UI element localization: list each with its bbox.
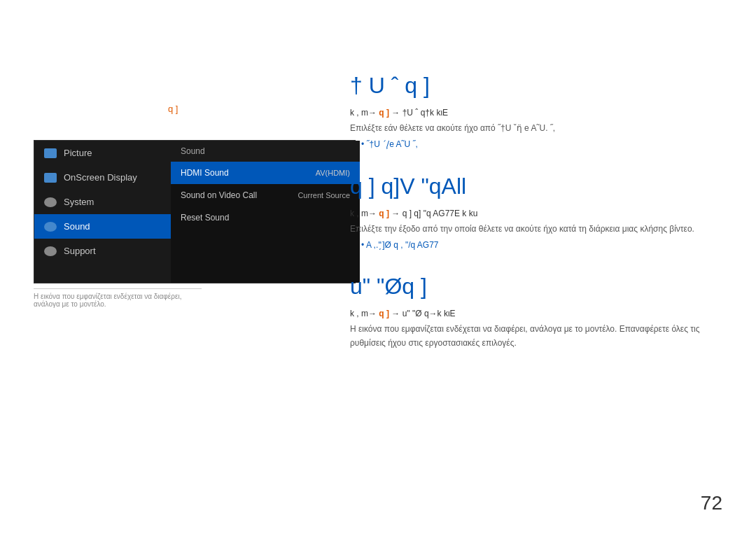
page-number: 72 [701,492,722,514]
videocall-bullet: Α ,."̦]Ø q , "/q AG77 [361,239,728,252]
nav-path-hdmi: k , m→ q ] → †U ˆ q†k kιΕ [350,108,728,118]
menu-item-support: Support [34,239,171,263]
section-hdmi-sound: † U ˆ q ] k , m→ q ] → †U ˆ q†k kιΕ Επιλ… [350,73,728,152]
submenu-item-hdmi: HDMI Sound AV(HDMI) [171,162,360,184]
system-icon [44,197,57,207]
menu-item-system: System [34,190,171,214]
section-videocall-title: q ] q]V "qAll [350,174,728,199]
picture-icon [44,148,57,158]
section-hdmi-desc: Επιλέξτε εάν θέλετε να ακούτε ήχο από ˝†… [350,122,728,135]
section-videocall: q ] q]V "qAll k , m→ q ] → q ] q] "q AG7… [350,174,728,253]
menu-item-osd: OnScreen Display [34,165,171,190]
menu-caption: Η εικόνα που εμφανίζεται ενδέχεται να δι… [34,293,202,308]
section-hdmi-title: † U ˆ q ] [350,73,728,98]
section-reset: u" "Øq ] k , m→ q ] → u" "Ø q→k kιΕ Η ει… [350,274,728,350]
section-reset-title: u" "Øq ] [350,274,728,299]
sound-icon [44,222,57,232]
menu-divider [34,288,202,289]
section-reset-desc: Η εικόνα που εμφανίζεται ενδέχεται να δι… [350,323,728,349]
nav-path-reset: k , m→ q ] → u" "Ø q→k kιΕ [350,309,728,318]
submenu-item-videocall: Sound on Video Call Current Source [171,184,360,206]
support-icon [44,246,57,256]
hdmi-bullet: ˝†U ˊ/̦e A˜U ˝, [361,138,728,151]
menu-item-picture: Picture [34,141,171,165]
menu-right-panel: Sound HDMI Sound AV(HDMI) Sound on Video… [171,141,360,283]
tv-menu-screenshot: Picture OnScreen Display System Sound Su… [34,140,356,283]
right-content: † U ˆ q ] k , m→ q ] → †U ˆ q†k kιΕ Επιλ… [350,73,728,372]
submenu-item-reset: Reset Sound [171,206,360,229]
menu-item-sound: Sound [34,214,171,239]
osd-icon [44,173,57,183]
submenu-header: Sound [171,141,360,162]
small-header-text: q ] [168,104,178,114]
menu-left-panel: Picture OnScreen Display System Sound Su… [34,141,171,283]
section-videocall-desc: Επιλέξτε την έξοδο από την οποία θέλετε … [350,223,728,236]
nav-path-videocall: k , m→ q ] → q ] q] "q AG77Ε k ku [350,209,728,218]
